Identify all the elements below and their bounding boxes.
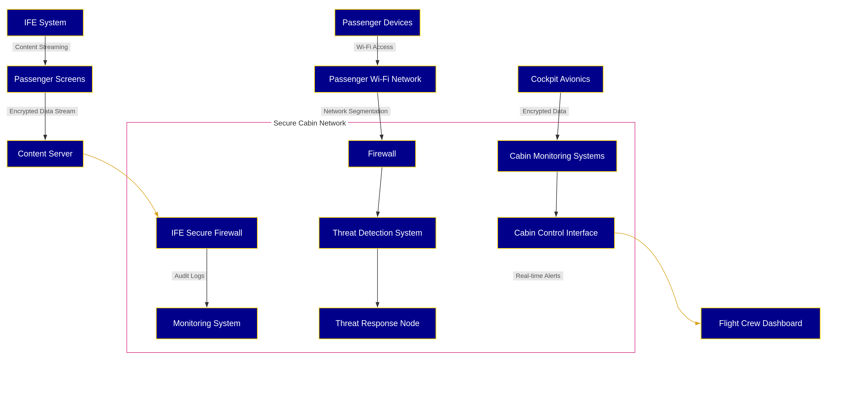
node-flight-crew: Flight Crew Dashboard bbox=[701, 308, 820, 339]
node-ife-secure-firewall: IFE Secure Firewall bbox=[156, 217, 258, 249]
label-wifi-access: Wi-Fi Access bbox=[354, 42, 396, 52]
label-audit-logs: Audit Logs bbox=[172, 271, 207, 281]
label-encrypted-data: Encrypted Data bbox=[520, 107, 569, 116]
node-passenger-screens: Passenger Screens bbox=[7, 66, 93, 93]
label-network-segmentation: Network Segmentation bbox=[321, 107, 391, 116]
node-threat-detection: Threat Detection System bbox=[319, 217, 436, 249]
secure-cabin-label: Secure Cabin Network bbox=[271, 119, 348, 127]
label-encrypted-data-stream: Encrypted Data Stream bbox=[7, 107, 78, 116]
node-content-server: Content Server bbox=[7, 140, 84, 167]
node-passenger-devices: Passenger Devices bbox=[335, 9, 421, 36]
node-cockpit-avionics: Cockpit Avionics bbox=[518, 66, 603, 93]
node-ife-system: IFE System bbox=[7, 9, 84, 36]
node-firewall: Firewall bbox=[348, 140, 416, 167]
node-cabin-monitoring: Cabin Monitoring Systems bbox=[497, 140, 617, 172]
node-cabin-control: Cabin Control Interface bbox=[497, 217, 615, 249]
node-threat-response: Threat Response Node bbox=[319, 308, 436, 339]
diagram-container: Secure Cabin Network IFE System Passenge… bbox=[0, 0, 868, 410]
node-passenger-wifi: Passenger Wi-Fi Network bbox=[314, 66, 436, 93]
label-content-streaming: Content Streaming bbox=[12, 42, 70, 52]
label-real-time-alerts: Real-time Alerts bbox=[513, 271, 563, 281]
node-monitoring-system: Monitoring System bbox=[156, 308, 258, 339]
